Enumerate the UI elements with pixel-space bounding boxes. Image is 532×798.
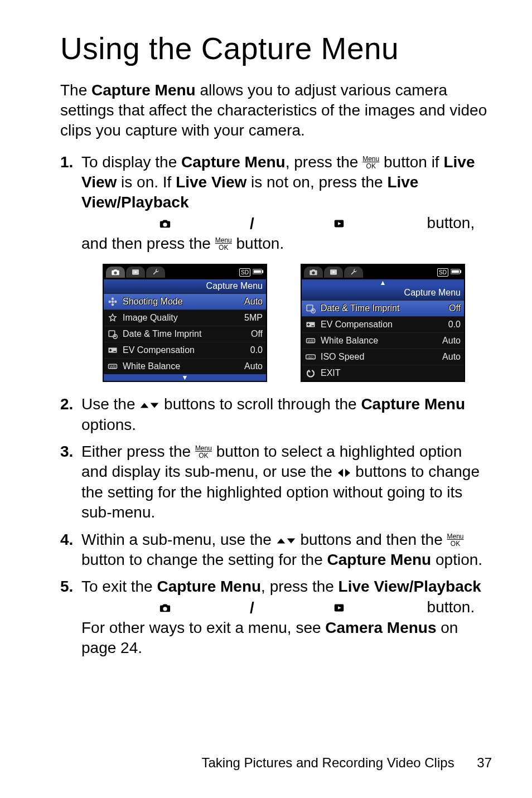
term: Capture Menu — [327, 551, 432, 568]
ok-label: OK — [215, 244, 232, 251]
menu-label: Menu — [195, 445, 212, 452]
menu-title: Capture Menu — [104, 279, 266, 293]
menu-row: Image Quality5MP — [104, 309, 266, 326]
page-number: 37 — [477, 755, 492, 770]
up-arrow-icon — [139, 400, 149, 410]
sd-indicator: SD — [239, 268, 250, 277]
menu-item-value: Auto — [438, 335, 461, 347]
text: button. — [232, 235, 284, 252]
term: Live View/Playback — [338, 578, 481, 595]
text: To display the — [81, 153, 181, 171]
menu-row: White BalanceAuto — [104, 358, 266, 374]
menu-item-value: Auto — [240, 296, 263, 308]
left-right-arrows-icon — [337, 468, 351, 478]
menu-label: Menu — [362, 156, 379, 162]
page-footer: Taking Pictures and Recording Video Clip… — [0, 754, 492, 771]
menu-label: Menu — [447, 533, 464, 540]
menu-label: Menu — [215, 237, 232, 244]
text: button to change the setting for the — [81, 551, 327, 568]
step-4: Within a sub-menu, use the buttons and t… — [60, 530, 492, 570]
camera-icon — [309, 230, 318, 314]
wb-icon — [106, 361, 119, 371]
menu-row: EV Compensation0.0 — [104, 342, 266, 358]
menu-item-label: EV Compensation — [321, 319, 435, 331]
menu-item-value: Auto — [438, 351, 461, 363]
step-3: Either press the MenuOK button to select… — [60, 442, 492, 523]
ok-label: OK — [195, 452, 212, 459]
down-arrow-icon — [286, 536, 296, 546]
tab-bar: SD — [104, 265, 266, 279]
menu-row: Date & Time ImprintOff — [104, 326, 266, 342]
menu-item-value: Off — [438, 303, 461, 315]
play-icon — [255, 217, 423, 230]
menu-item-label: White Balance — [123, 361, 237, 373]
menu-ok-icon: MenuOK — [447, 533, 464, 547]
play-icon — [255, 602, 423, 614]
menu-ok-icon: MenuOK — [215, 237, 232, 251]
battery-icon — [451, 267, 462, 278]
camera-icon — [81, 602, 249, 614]
capture-menu-screenshot-left: SD Capture Menu Shooting ModeAutoImage Q… — [103, 264, 267, 382]
menu-item-value: 5MP — [240, 312, 263, 324]
star-icon — [106, 313, 119, 323]
capture-menu-screenshot-right: SD ▲ Capture Menu Date & Time ImprintOff… — [301, 264, 465, 382]
term: Camera Menus — [325, 619, 436, 636]
menu-row: ISO SpeedAuto — [302, 349, 464, 365]
left-arrow-icon — [337, 468, 344, 478]
step-5: To exit the Capture Menu, press the Live… — [60, 577, 492, 658]
tab-setup — [344, 267, 363, 278]
tab-playback — [324, 267, 343, 278]
term-capture-menu: Capture Menu — [91, 81, 196, 99]
page-title: Using the Capture Menu — [60, 29, 492, 69]
screenshot-row: SD Capture Menu Shooting ModeAutoImage Q… — [103, 264, 492, 382]
tab-bar: SD — [302, 265, 464, 279]
camera-icon — [111, 230, 120, 314]
down-arrow-icon — [149, 400, 159, 410]
wb-icon — [304, 336, 317, 346]
text: , press the — [286, 153, 363, 171]
scroll-down-indicator: ▼ — [104, 374, 266, 381]
term: Capture Menu — [157, 578, 261, 595]
tab-playback — [126, 267, 145, 278]
iso-icon — [304, 352, 317, 362]
menu-item-label: Date & Time Imprint — [123, 328, 237, 340]
text: button if — [379, 153, 443, 171]
ok-label: OK — [362, 163, 379, 170]
menu-row: EXIT — [302, 365, 464, 381]
dateimp-icon — [106, 329, 119, 339]
ok-label: OK — [447, 540, 464, 547]
scroll-up-indicator: ▲ — [302, 279, 464, 286]
footer-section: Taking Pictures and Recording Video Clip… — [201, 755, 454, 770]
term: Live View — [176, 173, 246, 191]
text: is not on, press the — [246, 173, 387, 191]
intro-paragraph: The Capture Menu allows you to adjust va… — [60, 80, 492, 141]
text: , press the — [261, 578, 338, 595]
text: Within a sub-menu, use the — [81, 531, 276, 548]
right-arrow-icon — [344, 468, 351, 478]
text: The — [60, 81, 91, 99]
battery-icon — [253, 267, 264, 278]
wrench-icon — [349, 230, 358, 314]
text: buttons and then the — [296, 531, 447, 548]
dateimp-icon — [304, 303, 317, 313]
term: Capture Menu — [361, 395, 465, 413]
menu-item-label: Shooting Mode — [123, 296, 237, 308]
ev-icon — [304, 320, 317, 330]
exit-icon — [304, 368, 317, 378]
term: Capture Menu — [181, 153, 286, 171]
text: To exit the — [81, 578, 157, 595]
menu-title: Capture Menu — [302, 286, 464, 300]
text: is on. If — [117, 173, 176, 191]
ev-icon — [106, 345, 119, 355]
menu-item-label: White Balance — [321, 335, 435, 347]
menu-item-label: Image Quality — [123, 312, 237, 324]
menu-ok-icon: MenuOK — [362, 156, 379, 170]
up-arrow-icon — [276, 536, 286, 546]
steps-list: To display the Capture Menu, press the M… — [60, 152, 492, 659]
sd-indicator: SD — [437, 268, 448, 277]
up-down-arrows-icon — [139, 400, 159, 410]
menu-item-label: Date & Time Imprint — [321, 303, 435, 315]
text: buttons to scroll through the — [159, 395, 361, 413]
step-2: Use the buttons to scroll through the Ca… — [60, 394, 492, 435]
menu-row: Shooting ModeAuto — [104, 293, 266, 309]
